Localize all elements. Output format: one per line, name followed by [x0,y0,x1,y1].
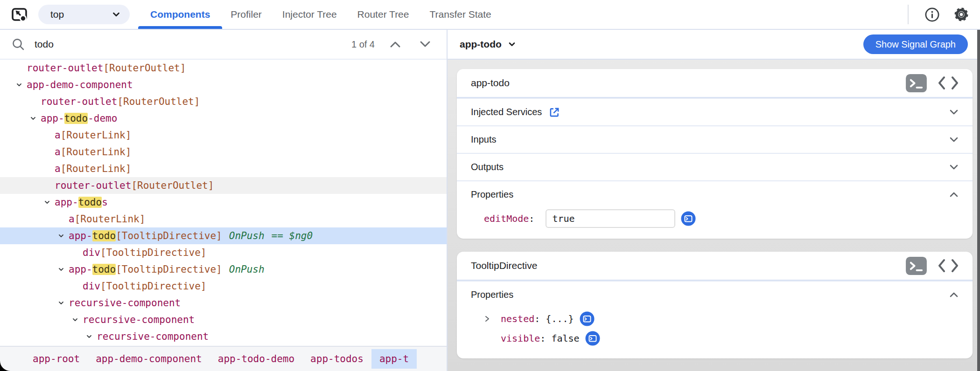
tree-node[interactable]: recursive-component [0,311,447,328]
section-header-properties[interactable]: Properties [457,181,973,208]
section-header-inputs[interactable]: Inputs [457,126,973,153]
breadcrumb-item-app-todo-demo[interactable]: app-todo-demo [210,349,302,369]
log-to-console-button[interactable] [681,211,696,226]
breadcrumb-item-app-todos[interactable]: app-todos [302,349,371,369]
tree-node-directive: [TooltipDirective] [100,247,207,258]
expand-toggle[interactable] [58,233,69,239]
search-icon [11,37,25,51]
expand-chevron[interactable] [949,109,959,115]
tree-node-name: todo [92,230,116,241]
property-list: nested: {...}visible: false [457,308,973,358]
inspect-element-icon [10,5,29,24]
chevron-down-icon [949,109,959,115]
breadcrumb-item-app-t[interactable]: app-t [371,349,417,369]
tree-node[interactable]: recursive-component [0,295,447,311]
expand-chevron[interactable] [949,164,959,170]
external-link-button[interactable] [548,106,560,118]
frame-selector[interactable]: top [38,5,130,24]
tab-router-tree[interactable]: Router Tree [357,0,409,29]
chevron-down-icon [58,233,64,239]
card-header: TooltipDirective [457,252,973,281]
chevron-up-icon [949,192,959,198]
tree-node[interactable]: div[TooltipDirective] [0,278,447,295]
tree-node[interactable]: router-outlet[RouterOutlet] [0,177,447,194]
section-header-injected-services[interactable]: Injected Services [457,99,973,125]
tree-node-directive: [RouterLink] [75,213,146,225]
show-signal-graph-button[interactable]: Show Signal Graph [863,34,968,54]
chevron-down-icon [72,316,78,323]
tree-node[interactable]: recursive-component [0,328,447,345]
chevron-down-icon [111,9,121,20]
log-to-console-button[interactable] [585,331,600,346]
tab-injector-tree[interactable]: Injector Tree [282,0,337,29]
next-match-button[interactable] [415,38,435,50]
view-source-button[interactable] [938,76,959,90]
chevron-down-icon [949,164,959,170]
info-icon [924,7,940,22]
tree-node[interactable]: a[RouterLink] [0,127,447,144]
component-search-bar: 1 of 4 [0,30,447,60]
expand-property-toggle[interactable] [484,315,501,323]
section-header-properties[interactable]: Properties [457,282,973,308]
component-tree-panel: 1 of 4 router-outlet[RouterOutlet]app-de… [0,30,448,371]
expand-toggle[interactable] [86,333,97,340]
open-in-console-button[interactable] [906,74,927,92]
tree-node-name: todo [64,113,88,124]
card-title: TooltipDirective [471,260,537,271]
breadcrumb-item-app-root[interactable]: app-root [25,349,88,369]
expand-toggle[interactable] [30,115,41,122]
expand-toggle[interactable] [58,300,69,306]
property-list: editMode: [457,208,973,239]
card-actions [906,257,959,275]
tree-node[interactable]: app-todos [0,194,447,211]
settings-button[interactable] [953,6,970,23]
tab-components[interactable]: Components [150,0,210,29]
search-input[interactable] [35,39,342,50]
previous-match-button[interactable] [385,38,406,50]
tree-node[interactable]: app-demo-component [0,76,447,93]
terminal-icon [906,257,927,275]
tree-node[interactable]: app-todo-demo [0,110,447,127]
tree-node-name: todo [78,197,102,208]
main-area: 1 of 4 router-outlet[RouterOutlet]app-de… [0,30,980,371]
tree-node[interactable]: a[RouterLink] [0,211,447,227]
inspect-element-button[interactable] [10,5,29,24]
collapse-chevron[interactable] [949,292,959,298]
tab-transfer-state[interactable]: Transfer State [429,0,491,29]
tree-node[interactable]: app-todo[TooltipDirective]OnPush [0,261,447,278]
chevron-up-icon [389,40,402,48]
tree-node[interactable]: router-outlet[RouterOutlet] [0,93,447,110]
collapse-chevron[interactable] [949,192,959,198]
tree-node-badge: OnPush [229,264,265,275]
open-in-console-button[interactable] [906,257,927,275]
expand-toggle[interactable] [58,266,69,273]
section-label: Properties [471,189,513,200]
code-icon [938,76,959,90]
log-to-console-button[interactable] [580,311,595,326]
chevron-down-icon[interactable] [507,40,517,49]
expand-toggle[interactable] [72,316,83,323]
expand-chevron[interactable] [949,137,959,143]
property-value-input[interactable] [546,209,675,228]
property-value: false [551,333,579,344]
tree-node-name: div [83,247,100,258]
tree-node[interactable]: div[TooltipDirective] [0,244,447,261]
card-title: app-todo [471,77,510,89]
breadcrumb-item-app-demo-component[interactable]: app-demo-component [88,349,210,369]
chevron-down-icon [30,115,36,122]
tab-profiler[interactable]: Profiler [231,0,262,29]
chevron-down-icon [44,199,50,206]
tree-node[interactable]: a[RouterLink] [0,160,447,177]
tree-node[interactable]: router-outlet[RouterOutlet] [0,60,447,76]
section-header-outputs[interactable]: Outputs [457,154,973,180]
expand-toggle[interactable] [16,82,27,88]
view-source-button[interactable] [938,259,959,273]
tree-node[interactable]: a[RouterLink] [0,144,447,160]
tree-node-directive: [TooltipDirective] [116,264,222,275]
tree-node[interactable]: app-todo[TooltipDirective]OnPush== $ng0 [0,227,447,244]
expand-toggle[interactable] [44,199,55,206]
tree-node-name: -demo [88,113,117,124]
breadcrumb: app-rootapp-demo-componentapp-todo-demoa… [0,346,447,371]
info-button[interactable] [924,7,940,22]
tree-node-name: app-demo-component [27,79,133,90]
